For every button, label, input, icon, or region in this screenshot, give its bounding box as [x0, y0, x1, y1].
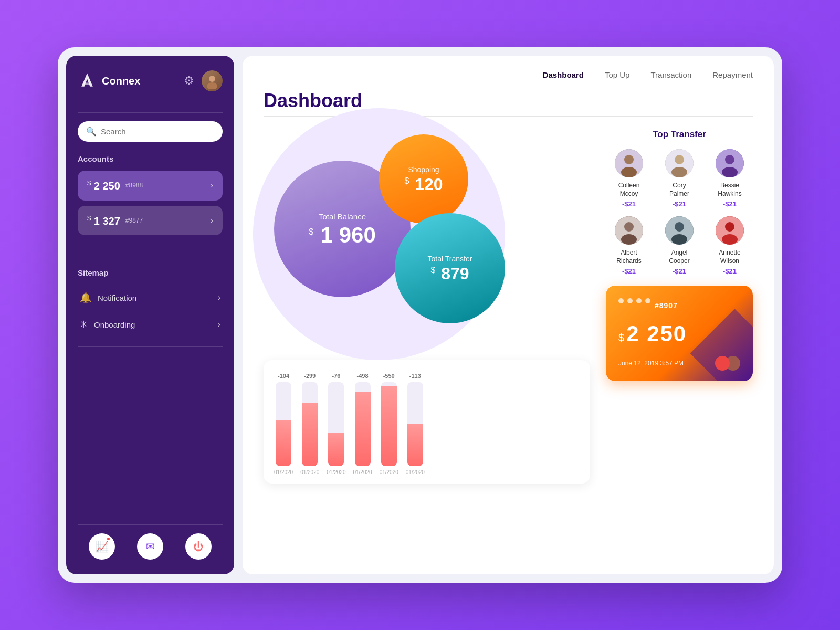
chevron-right-icon-1: ›: [211, 181, 213, 190]
account-number-2: #9877: [125, 217, 143, 224]
nav-dashboard[interactable]: Dashboard: [543, 70, 584, 79]
search-input[interactable]: [101, 127, 214, 136]
search-bar[interactable]: 🔍: [78, 121, 223, 142]
svg-point-17: [675, 222, 684, 232]
person-avatar-4: [665, 216, 694, 245]
person-amount-1: -$21: [673, 200, 686, 208]
right-section: Top Transfer ColleenMccoy -$21 CoryPalme…: [606, 129, 753, 484]
nav-repayment[interactable]: Repayment: [712, 70, 753, 79]
svg-point-8: [675, 155, 684, 164]
bar-chart: -104 01/2020 -299 01/2020 -76 01/2020 -4…: [264, 360, 590, 484]
svg-point-20: [725, 222, 734, 232]
svg-point-2: [209, 76, 215, 82]
nav-transaction[interactable]: Transaction: [650, 70, 691, 79]
bar-date-4: 01/2020: [380, 469, 398, 475]
person-name-0: ColleenMccoy: [618, 182, 640, 198]
card-number: #8907: [655, 301, 678, 310]
power-button[interactable]: ⏻: [185, 533, 212, 560]
bar-date-1: 01/2020: [300, 469, 319, 475]
transfer-person-3[interactable]: AlbertRichards -$21: [606, 216, 652, 275]
bar-col-5: -113 01/2020: [406, 373, 425, 475]
transfer-person-1[interactable]: CoryPalmer -$21: [656, 149, 702, 208]
sidebar: Connex ⚙ 🔍 Accounts $ 2 250 #8988: [66, 56, 234, 574]
svg-point-6: [621, 167, 637, 177]
person-name-2: BessieHawkins: [718, 182, 741, 198]
sidebar-item-notification[interactable]: 🔔 Notification ›: [78, 285, 223, 311]
settings-icon[interactable]: ⚙: [184, 74, 194, 88]
account-card-1[interactable]: $ 2 250 #8988 ›: [78, 171, 223, 201]
card-footer: June 12, 2019 3:57 PM: [618, 356, 740, 371]
bar-wrapper-0: [276, 382, 291, 466]
onboarding-icon: ✳: [80, 319, 88, 330]
person-name-3: AlbertRichards: [616, 249, 641, 265]
bar-col-3: -498 01/2020: [353, 373, 372, 475]
activity-icon: 📈: [96, 540, 109, 553]
top-transfer-title: Top Transfer: [606, 129, 753, 140]
person-name-4: AngelCooper: [669, 249, 689, 265]
bottom-bar: 📈 ✉ ⏻: [78, 524, 223, 560]
sidebar-header: Connex ⚙: [78, 70, 223, 91]
bar-date-2: 01/2020: [327, 469, 345, 475]
logo-area: Connex: [78, 71, 140, 90]
credit-card: #8907 $ 2 250 June 12, 2019 3:57 PM: [606, 286, 753, 381]
app-name: Connex: [102, 75, 140, 87]
nav-topup[interactable]: Top Up: [605, 70, 630, 79]
bar-col-0: -104 01/2020: [274, 373, 293, 475]
bar-wrapper-1: [302, 382, 318, 466]
bar-date-5: 01/2020: [406, 469, 425, 475]
left-section: Total Balance $ 1 960 Shopping $ 120 Tot…: [264, 129, 590, 484]
account-card-2[interactable]: $ 1 327 #9877 ›: [78, 206, 223, 236]
activity-button[interactable]: 📈: [89, 533, 115, 560]
card-dot-2: [627, 298, 633, 303]
shopping-amount: $ 120: [404, 176, 443, 193]
message-icon: ✉: [146, 540, 155, 553]
divider-2: [78, 249, 223, 249]
person-avatar-1: [665, 149, 694, 177]
bar-col-4: -550 01/2020: [380, 373, 398, 475]
bar-label-0: -104: [278, 373, 289, 379]
bar-wrapper-5: [407, 382, 423, 466]
transfer-person-0[interactable]: ColleenMccoy -$21: [606, 149, 652, 208]
header-icons: ⚙: [184, 70, 223, 91]
onboarding-label: Onboarding: [94, 320, 135, 329]
bar-fill-0: [276, 420, 291, 466]
person-avatar-3: [615, 216, 643, 245]
person-amount-2: -$21: [723, 200, 737, 208]
person-avatar-5: [716, 216, 744, 245]
divider-3: [78, 346, 223, 347]
message-button[interactable]: ✉: [137, 533, 163, 560]
total-transfer-amount: $ 879: [430, 265, 469, 282]
sidebar-item-onboarding[interactable]: ✳ Onboarding ›: [78, 311, 223, 338]
bubble-total-transfer: Total Transfer $ 879: [395, 213, 505, 323]
bar-date-3: 01/2020: [353, 469, 372, 475]
bar-fill-3: [355, 392, 371, 466]
bar-date-0: 01/2020: [274, 469, 293, 475]
svg-point-11: [725, 155, 734, 164]
bar-wrapper-4: [381, 382, 397, 466]
bar-label-2: -76: [332, 373, 340, 379]
user-avatar[interactable]: [202, 70, 223, 91]
card-dot-3: [636, 298, 642, 303]
notification-label: Notification: [98, 293, 136, 302]
transfer-person-2[interactable]: BessieHawkins -$21: [707, 149, 753, 208]
bar-label-3: -498: [357, 373, 369, 379]
svg-point-15: [621, 234, 637, 245]
bar-label-5: -113: [410, 373, 421, 379]
transfer-person-4[interactable]: AngelCooper -$21: [656, 216, 702, 275]
card-dot-1: [618, 298, 624, 303]
transfer-person-5[interactable]: AnnetteWilson -$21: [707, 216, 753, 275]
person-avatar-2: [716, 149, 744, 177]
chevron-right-icon-4: ›: [218, 320, 220, 329]
bar-label-1: -299: [304, 373, 316, 379]
card-amount: 2 250: [626, 321, 687, 346]
bar-col-2: -76 01/2020: [327, 373, 345, 475]
sitemap-label: Sitemap: [78, 268, 223, 277]
svg-point-12: [722, 167, 738, 177]
card-dollar-sign: $: [618, 332, 624, 344]
accounts-label: Accounts: [78, 154, 223, 163]
person-name-5: AnnetteWilson: [719, 249, 740, 265]
svg-point-9: [671, 167, 687, 177]
page-title: Dashboard: [264, 90, 753, 112]
bell-icon: 🔔: [80, 292, 91, 303]
divider-1: [78, 112, 223, 113]
